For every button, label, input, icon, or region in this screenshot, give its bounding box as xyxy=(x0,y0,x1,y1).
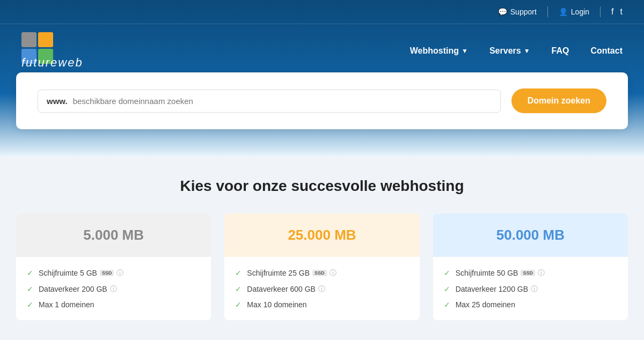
plan-feature-3-2: ✓ Max 25 domeinen xyxy=(444,297,617,312)
plan-feature-3-0: ✓ Schijfruimte 50 GB SSD ⓘ xyxy=(444,265,617,281)
support-icon: 💬 xyxy=(498,8,507,16)
ssd-badge: SSD xyxy=(521,270,535,276)
logo-block-gray xyxy=(21,32,36,47)
ssd-badge: SSD xyxy=(312,270,327,276)
plan-size-2: 25.000 MB xyxy=(288,227,356,243)
plan-header-3: 50.000 MB xyxy=(433,213,628,257)
nav-contact[interactable]: Contact xyxy=(590,46,623,56)
domain-search-input[interactable] xyxy=(73,97,492,106)
feature-text: Schijfruimte 25 GB xyxy=(247,269,310,277)
feature-text: Dataverkeer 600 GB xyxy=(247,285,316,293)
support-link[interactable]: 💬 Support xyxy=(487,8,547,16)
plan-header-2: 25.000 MB xyxy=(224,213,419,257)
feature-text: Dataverkeer 200 GB xyxy=(39,285,107,293)
login-label: Login xyxy=(571,8,589,16)
plan-size-3: 50.000 MB xyxy=(496,227,565,243)
logo[interactable]: futureweb xyxy=(21,32,118,70)
plan-features-2: ✓ Schijfruimte 25 GB SSD ⓘ ✓ Dataverkeer… xyxy=(224,257,419,320)
info-icon[interactable]: ⓘ xyxy=(110,284,117,294)
check-icon: ✓ xyxy=(235,269,241,277)
plan-feature-2-0: ✓ Schijfruimte 25 GB SSD ⓘ xyxy=(235,265,408,281)
plan-feature-1-1: ✓ Dataverkeer 200 GB ⓘ xyxy=(27,281,200,297)
servers-arrow: ▼ xyxy=(524,47,530,55)
plans-grid: 5.000 MB ✓ Schijfruimte 5 GB SSD ⓘ ✓ Dat… xyxy=(16,213,628,320)
logo-text: futureweb xyxy=(21,56,83,70)
info-icon[interactable]: ⓘ xyxy=(318,284,325,294)
login-link[interactable]: 👤 Login xyxy=(548,8,600,16)
twitter-icon[interactable]: t xyxy=(620,7,623,17)
info-icon[interactable]: ⓘ xyxy=(531,284,538,294)
feature-text: Max 1 domeinen xyxy=(39,300,94,309)
info-icon[interactable]: ⓘ xyxy=(538,268,545,278)
www-label: www. xyxy=(47,97,68,106)
plan-size-1: 5.000 MB xyxy=(83,227,144,243)
logo-block-orange xyxy=(38,32,53,47)
info-icon[interactable]: ⓘ xyxy=(330,268,336,278)
plan-card-3: 50.000 MB ✓ Schijfruimte 50 GB SSD ⓘ ✓ D… xyxy=(433,213,628,320)
feature-text: Dataverkeer 1200 GB xyxy=(456,285,528,293)
feature-text: Schijfruimte 50 GB xyxy=(456,269,518,277)
plan-feature-3-1: ✓ Dataverkeer 1200 GB ⓘ xyxy=(444,281,617,297)
domain-search-wrapper: www. xyxy=(38,90,501,113)
check-icon: ✓ xyxy=(235,300,241,309)
feature-text: Schijfruimte 5 GB xyxy=(39,269,97,277)
facebook-icon[interactable]: f xyxy=(611,7,613,17)
nav-servers[interactable]: Servers ▼ xyxy=(489,46,530,56)
plan-card-1: 5.000 MB ✓ Schijfruimte 5 GB SSD ⓘ ✓ Dat… xyxy=(16,213,211,320)
plan-header-1: 5.000 MB xyxy=(16,213,211,257)
check-icon: ✓ xyxy=(444,269,450,277)
info-icon[interactable]: ⓘ xyxy=(116,268,123,278)
check-icon: ✓ xyxy=(444,285,450,293)
plan-feature-2-2: ✓ Max 10 domeinen xyxy=(235,297,408,312)
feature-text: Max 10 domeinen xyxy=(247,300,306,309)
support-label: Support xyxy=(510,8,537,16)
plan-feature-1-0: ✓ Schijfruimte 5 GB SSD ⓘ xyxy=(27,265,200,281)
feature-text: Max 25 domeinen xyxy=(456,300,515,309)
plan-feature-2-1: ✓ Dataverkeer 600 GB ⓘ xyxy=(235,281,408,297)
nav-webhosting[interactable]: Webhosting ▼ xyxy=(410,46,468,56)
plans-title: Kies voor onze succesvolle webhosting xyxy=(16,178,628,195)
plans-section: Kies voor onze succesvolle webhosting 5.… xyxy=(0,156,644,331)
check-icon: ✓ xyxy=(444,300,450,309)
webhosting-arrow: ▼ xyxy=(462,47,468,55)
check-icon: ✓ xyxy=(27,269,33,277)
plan-feature-1-2: ✓ Max 1 domeinen xyxy=(27,297,200,312)
search-section: www. Domein zoeken xyxy=(16,72,628,129)
top-bar: 💬 Support 👤 Login f t xyxy=(0,0,644,24)
main-nav: Webhosting ▼ Servers ▼ FAQ Contact xyxy=(410,46,623,56)
ssd-badge: SSD xyxy=(100,270,114,276)
nav-faq[interactable]: FAQ xyxy=(552,46,569,56)
login-icon: 👤 xyxy=(559,8,568,16)
check-icon: ✓ xyxy=(27,300,33,309)
check-icon: ✓ xyxy=(27,285,33,293)
check-icon: ✓ xyxy=(235,285,241,293)
plan-features-3: ✓ Schijfruimte 50 GB SSD ⓘ ✓ Dataverkeer… xyxy=(433,257,628,320)
plan-card-2: 25.000 MB ✓ Schijfruimte 25 GB SSD ⓘ ✓ D… xyxy=(224,213,419,320)
domain-search-button[interactable]: Domein zoeken xyxy=(511,88,606,113)
plan-features-1: ✓ Schijfruimte 5 GB SSD ⓘ ✓ Dataverkeer … xyxy=(16,257,211,320)
